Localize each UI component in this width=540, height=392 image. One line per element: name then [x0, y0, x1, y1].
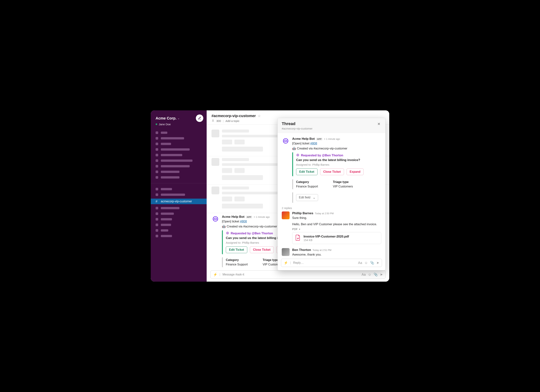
send-icon[interactable]: ➤: [380, 273, 383, 277]
lifering-icon: [296, 153, 300, 157]
placeholder-label: [161, 132, 167, 134]
message-timestamp: < 1 minute ago: [254, 216, 270, 218]
close-ticket-button[interactable]: Close Ticket: [320, 168, 344, 175]
nav-item-placeholder[interactable]: [151, 211, 207, 216]
format-icon[interactable]: Aa: [362, 273, 366, 277]
thread-reply-composer[interactable]: ⚡ | Reply… Aa ☺ 📎 ➤: [281, 259, 382, 267]
placeholder-icon: [155, 142, 158, 145]
reply-author: Ben Thorton: [292, 248, 311, 252]
separator: |: [223, 119, 224, 122]
send-icon[interactable]: ➤: [376, 261, 379, 265]
presence-row: Jane Doe: [151, 123, 207, 129]
placeholder-icon: [155, 131, 158, 134]
user-avatar: [282, 211, 290, 219]
thread-channel: #acmecorp-vip-customer: [282, 127, 312, 130]
created-via-prefix: 🤖 Created via: [222, 225, 243, 228]
category-label: Category: [226, 258, 248, 262]
placeholder-icon: [155, 218, 158, 220]
svg-point-1: [213, 216, 218, 221]
ticket-link[interactable]: #808: [310, 142, 317, 145]
nav-item-placeholder[interactable]: [151, 222, 207, 228]
svg-point-0: [213, 120, 213, 120]
nav-item-placeholder[interactable]: [151, 216, 207, 222]
thread-body: Acme Help Bot APP < 1 minute ago [Open] …: [278, 133, 385, 257]
lightning-icon[interactable]: ⚡: [284, 261, 288, 265]
close-ticket-button[interactable]: Close Ticket: [250, 246, 274, 253]
nav-item-placeholder[interactable]: [151, 186, 207, 192]
workspace-header: Acme Corp. ⌄: [151, 113, 207, 123]
placeholder-icon: [155, 165, 158, 167]
format-icon[interactable]: Aa: [358, 261, 362, 265]
pdf-icon: [295, 235, 300, 242]
placeholder-icon: [155, 212, 158, 215]
attachment-type-row[interactable]: PDF ▾: [292, 228, 381, 231]
nav-divider: [151, 183, 207, 183]
workspace-switcher[interactable]: Acme Corp. ⌄: [155, 116, 180, 120]
placeholder-label: [161, 137, 184, 139]
file-name: Invoice-VIP-Customer-2020.pdf: [304, 235, 349, 238]
emoji-icon[interactable]: ☺: [368, 273, 371, 277]
nav-item-placeholder[interactable]: [151, 130, 207, 136]
nav-item-placeholder[interactable]: [151, 158, 207, 163]
nav-item-placeholder[interactable]: [151, 192, 207, 197]
ticket-link[interactable]: #808: [240, 220, 247, 223]
reply-timestamp: Today at 2:51 PM: [312, 249, 331, 251]
nav-item-placeholder[interactable]: [151, 169, 207, 175]
nav-item-placeholder[interactable]: [151, 228, 207, 233]
close-icon[interactable]: ✕: [377, 121, 381, 127]
sidebar: Acme Corp. ⌄ Jane Doe # acmecorp-vip-cus…: [151, 110, 207, 282]
hash-icon: #: [155, 200, 158, 203]
nav-item-placeholder[interactable]: [151, 175, 207, 180]
nav-item-placeholder[interactable]: [151, 163, 207, 169]
add-topic[interactable]: Add a topic: [225, 119, 240, 122]
nav-item-placeholder[interactable]: [151, 205, 207, 211]
nav-item-placeholder[interactable]: [151, 152, 207, 158]
nav-item-placeholder[interactable]: [151, 141, 207, 147]
workspace-name: Acme Corp.: [155, 116, 176, 120]
placeholder-icon: [155, 148, 158, 151]
bot-avatar: [211, 215, 219, 223]
attach-icon[interactable]: 📎: [370, 261, 374, 265]
edit-field-select[interactable]: Edit field ⌄: [296, 194, 318, 201]
channel-name: #acmecorp-vip-customer: [211, 114, 256, 118]
nav-item-placeholder[interactable]: [151, 147, 207, 152]
chevron-down-icon: ⌄: [313, 196, 315, 199]
nav-item-placeholder[interactable]: [151, 233, 207, 239]
lightning-icon[interactable]: ⚡: [213, 273, 217, 277]
placeholder-label: [161, 165, 190, 167]
svg-point-8: [297, 154, 298, 155]
attach-icon[interactable]: 📎: [374, 273, 378, 277]
placeholder-icon: [155, 235, 158, 237]
svg-point-7: [297, 154, 299, 156]
star-icon[interactable]: ☆: [258, 114, 261, 118]
avatar-placeholder: [211, 158, 219, 166]
edit-field-label: Edit field: [299, 196, 310, 199]
placeholder-label: [161, 154, 182, 156]
expand-button[interactable]: Expand: [347, 168, 364, 175]
edit-ticket-button[interactable]: Edit Ticket: [226, 246, 247, 253]
svg-point-3: [226, 232, 229, 234]
placeholder-icon: [155, 137, 158, 140]
placeholder-label: [161, 188, 172, 190]
ticket-meta-attachment: Category Finance Support Triage type VIP…: [292, 179, 381, 189]
created-via-channel: #acmecorp-vip-customer: [314, 147, 348, 150]
channel-item-selected[interactable]: # acmecorp-vip-customer: [151, 199, 207, 204]
edit-ticket-button[interactable]: Edit Ticket: [296, 168, 318, 175]
reply-text: Awesome, thank you.: [292, 252, 381, 257]
chevron-down-icon: ⌄: [178, 117, 180, 120]
reply-text: Sure thing.: [292, 216, 381, 220]
ticket-status-prefix: [Open] ticket: [222, 220, 240, 223]
message-composer[interactable]: ⚡ | Message #ask-it Aa ☺ 📎 ➤: [210, 270, 385, 279]
file-attachment[interactable]: Invoice-VIP-Customer-2020.pdf 154 KB: [292, 232, 381, 244]
member-count[interactable]: 300: [216, 119, 221, 122]
placeholder-label: [161, 207, 180, 209]
placeholder-icon: [155, 176, 158, 179]
lifering-icon: [226, 231, 229, 235]
nav-section-c: [151, 204, 207, 240]
placeholder-icon: [155, 159, 158, 162]
ticket-attachment: Requested by @Ben Thorton Can you send u…: [292, 152, 381, 176]
emoji-icon[interactable]: ☺: [365, 261, 368, 265]
compose-button[interactable]: [196, 114, 203, 122]
thread-reply: Ben Thorton Today at 2:51 PM Awesome, th…: [278, 247, 385, 257]
nav-item-placeholder[interactable]: [151, 136, 207, 141]
